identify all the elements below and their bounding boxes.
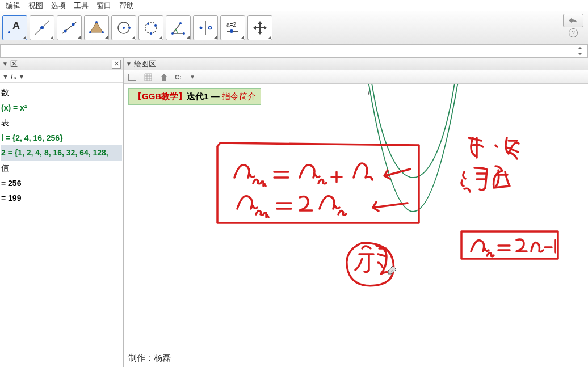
menu-view[interactable]: 视图 <box>25 0 47 12</box>
svg-point-26 <box>230 29 233 33</box>
menu-options[interactable]: 选项 <box>48 0 69 12</box>
graphics-panel-title: 绘图区 <box>134 59 156 69</box>
menu-tools[interactable]: 工具 <box>70 0 92 12</box>
algebra-item[interactable]: 值 <box>1 161 122 176</box>
parabola-curve <box>328 84 498 231</box>
sort-dropdown[interactable]: ▼ <box>2 73 9 80</box>
fx-dropdown[interactable]: ▼ <box>19 73 25 80</box>
home-icon[interactable] <box>158 71 170 83</box>
svg-point-10 <box>89 31 91 33</box>
algebra-item[interactable]: 数 <box>1 85 122 100</box>
axes-toggle[interactable] <box>126 71 138 83</box>
tool-circle[interactable] <box>111 15 136 40</box>
graphics-panel: ▼ 绘图区 C: ▼ 【GGB教学】迭代1 — 指令简介 f <box>124 58 588 367</box>
collapse-icon[interactable]: ▼ <box>126 61 132 67</box>
tool-slider[interactable]: a=2 <box>220 15 245 40</box>
formula-bar: ▼ fₓ ▼ <box>0 70 123 83</box>
tool-line[interactable] <box>57 15 82 40</box>
tool-point-text[interactable]: A <box>2 15 27 40</box>
tool-move-view[interactable] <box>247 15 272 40</box>
svg-point-5 <box>64 29 67 32</box>
svg-point-9 <box>102 31 104 33</box>
svg-point-6 <box>72 23 75 26</box>
svg-text:C:: C: <box>175 74 182 81</box>
algebra-list[interactable]: 数(x) = x²表l = {2, 4, 16, 256}2 = {1, 2, … <box>0 83 123 208</box>
tool-angle[interactable] <box>166 15 191 40</box>
svg-text:A: A <box>12 20 20 31</box>
capture-dropdown[interactable]: ▼ <box>190 74 195 80</box>
tool-point[interactable] <box>30 15 54 40</box>
svg-point-18 <box>171 32 174 35</box>
footer-credit: 制作：杨磊 <box>128 353 171 364</box>
svg-point-16 <box>154 24 157 27</box>
graphics-toolbar: C: ▼ <box>124 70 588 84</box>
svg-point-0 <box>8 31 10 33</box>
algebra-item[interactable]: (x) = x² <box>1 100 122 116</box>
algebra-panel: ▼ 区 ✕ ▼ fₓ ▼ 数(x) = x²表l = {2, 4, 16, 25… <box>0 58 124 367</box>
algebra-panel-title: 区 <box>10 59 18 69</box>
svg-text:a=2: a=2 <box>226 22 236 28</box>
tool-conic[interactable] <box>138 15 163 40</box>
svg-point-3 <box>40 26 44 29</box>
eraser-cursor-icon <box>386 263 398 275</box>
menu-edit[interactable]: 编辑 <box>2 0 24 12</box>
undo-button[interactable] <box>563 14 583 27</box>
help-icon[interactable]: ? <box>569 28 578 37</box>
svg-point-8 <box>95 21 98 23</box>
algebra-item[interactable]: 2 = {1, 2, 4, 8, 16, 32, 64, 128, <box>1 145 122 161</box>
menu-help[interactable]: 帮助 <box>116 0 137 12</box>
grid-toggle[interactable] <box>142 71 154 83</box>
graphics-canvas[interactable]: 【GGB教学】迭代1 — 指令简介 f <box>124 84 588 367</box>
algebra-item[interactable]: 表 <box>1 115 122 130</box>
main-toolbar: A a=2 ? <box>0 11 588 44</box>
svg-point-12 <box>123 27 125 29</box>
capture-icon[interactable]: C: <box>174 71 186 83</box>
svg-point-15 <box>147 23 149 25</box>
algebra-item[interactable]: = 256 <box>1 176 122 191</box>
svg-point-23 <box>209 26 212 29</box>
tool-transform[interactable] <box>193 15 218 40</box>
svg-point-17 <box>150 32 152 35</box>
svg-point-22 <box>200 26 203 29</box>
svg-point-20 <box>179 22 182 24</box>
algebra-panel-header[interactable]: ▼ 区 ✕ <box>0 58 123 70</box>
svg-point-13 <box>128 27 131 29</box>
algebra-item[interactable]: = 199 <box>1 191 122 206</box>
collapse-icon[interactable]: ▼ <box>2 61 8 67</box>
algebra-item[interactable]: l = {2, 4, 16, 256} <box>1 130 122 146</box>
input-bar[interactable] <box>0 44 588 58</box>
svg-marker-7 <box>90 22 103 32</box>
canvas-title-label: 【GGB教学】迭代1 — 指令简介 <box>128 88 261 105</box>
svg-point-19 <box>183 32 185 35</box>
input-dropdown-icon[interactable] <box>575 46 585 56</box>
graphics-panel-header[interactable]: ▼ 绘图区 <box>124 58 588 70</box>
close-icon[interactable]: ✕ <box>112 60 121 69</box>
menu-window[interactable]: 窗口 <box>93 0 115 12</box>
fx-label: fₓ <box>11 72 16 81</box>
tool-polygon[interactable] <box>84 15 109 40</box>
